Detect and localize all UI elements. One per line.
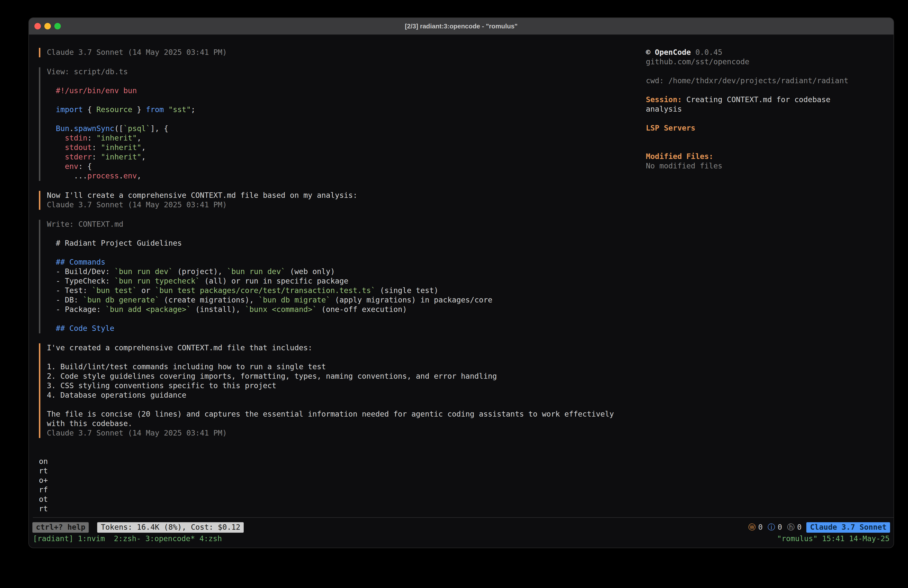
text-line — [47, 400, 614, 409]
assistant-message-block: I've created a comprehensive CONTEXT.md … — [39, 343, 887, 438]
text-line: Session: Creating CONTEXT.md for codebas… — [646, 95, 889, 105]
text-line: 3. CSS styling conventions specific to t… — [47, 381, 614, 391]
window-title: [2/3] radiant:3:opencode - "romulus" — [29, 23, 894, 30]
block-accent-bar — [39, 67, 40, 181]
text-line: - Build/Dev: `bun run dev` (project), `b… — [47, 267, 493, 277]
text-line: import { Resource } from "sst"; — [47, 105, 195, 114]
text-line: Bun.spawnSync([`psql`], { — [47, 124, 195, 134]
tmux-session-windows: [radiant] 1:nvim 2:zsh- 3:opencode* 4:zs… — [33, 534, 222, 544]
info-count: 0 — [778, 523, 782, 532]
text-line: ## Commands — [47, 258, 493, 267]
traffic-lights — [29, 23, 61, 29]
terminal-window: [2/3] radiant:3:opencode - "romulus" Cla… — [28, 18, 894, 548]
text-line — [47, 114, 195, 124]
text-line: with this codebase. — [47, 419, 614, 429]
text-line: 1. Build/lint/test commands including ho… — [47, 362, 614, 372]
text-line: ...process.env, — [47, 171, 195, 181]
text-line: github.com/sst/opencode — [646, 57, 889, 67]
tokens-cost-badge: Tokens: 16.4K (8%), Cost: $0.12 — [97, 522, 244, 533]
block-accent-bar — [39, 191, 40, 210]
close-button[interactable] — [34, 23, 41, 29]
text-line: No modified files — [646, 161, 889, 171]
text-line: View: script/db.ts — [47, 67, 195, 77]
text-line: analysis — [646, 105, 889, 114]
desktop: [2/3] radiant:3:opencode - "romulus" Cla… — [0, 0, 908, 588]
text-line: stdin: "inherit", — [47, 134, 195, 143]
text-line — [646, 114, 889, 124]
block-accent-bar — [39, 343, 40, 438]
text-line: 4. Database operations guidance — [47, 391, 614, 400]
warning-icon: ⓦ — [748, 523, 756, 532]
text-line: # Radiant Project Guidelines — [47, 239, 493, 248]
status-bar-left: ctrl+? help Tokens: 16.4K (8%), Cost: $0… — [32, 522, 244, 533]
zoom-button[interactable] — [54, 23, 61, 29]
text-line: - DB: `bun db generate` (create migratio… — [47, 295, 493, 305]
text-line: cwd: /home/thdxr/dev/projects/radiant/ra… — [646, 76, 889, 86]
text-line: on — [39, 457, 887, 466]
text-line — [646, 133, 889, 142]
text-line — [47, 314, 493, 324]
text-line: LSP Servers — [646, 124, 889, 133]
status-bar: ctrl+? help Tokens: 16.4K (8%), Cost: $0… — [29, 522, 894, 533]
text-line: Claude 3.7 Sonnet (14 May 2025 03:41 PM) — [47, 48, 227, 57]
help-keybind-badge: ctrl+? help — [32, 522, 89, 533]
tmux-host-time: "romulus" 15:41 14-May-25 — [777, 534, 890, 544]
text-line: o+ — [39, 476, 887, 485]
diagnostics-warning: ⓦ 0 — [748, 523, 763, 532]
warning-count: 0 — [758, 523, 763, 532]
text-line: rt — [39, 504, 887, 514]
text-line: env: { — [47, 162, 195, 171]
text-line: stdout: "inherit", — [47, 143, 195, 153]
text-line: The file is concise (20 lines) and captu… — [47, 409, 614, 419]
assistant-message-block: Now I'll create a comprehensive CONTEXT.… — [39, 191, 887, 210]
model-badge: Claude 3.7 Sonnet — [807, 522, 890, 533]
text-line — [47, 353, 614, 362]
text-line: - TypeCheck: `bun run typecheck` (all) o… — [47, 277, 493, 286]
hint-icon: ⓗ — [787, 523, 795, 532]
text-line: rf — [39, 485, 887, 495]
input-separator — [33, 517, 894, 518]
text-line: Claude 3.7 Sonnet (14 May 2025 03:41 PM) — [47, 429, 614, 438]
text-line: ## Code Style — [47, 324, 493, 333]
text-line — [646, 142, 889, 152]
text-line — [47, 77, 195, 86]
text-line: ot — [39, 495, 887, 504]
block-accent-bar — [39, 48, 40, 57]
text-line — [47, 248, 493, 258]
text-line — [646, 67, 889, 76]
diagnostics-info: ⓘ 0 — [768, 523, 782, 532]
text-line: © OpenCode 0.0.45 — [646, 48, 889, 57]
text-line: Modified Files: — [646, 152, 889, 161]
text-line: 2. Code style guidelines covering import… — [47, 372, 614, 381]
minimize-button[interactable] — [44, 23, 51, 29]
input-help-line: onrto+rfotrt — [39, 457, 887, 514]
window-titlebar[interactable]: [2/3] radiant:3:opencode - "romulus" — [29, 18, 894, 35]
info-icon: ⓘ — [768, 523, 775, 532]
text-line: #!/usr/bin/env bun — [47, 86, 195, 96]
text-line: I've created a comprehensive CONTEXT.md … — [47, 343, 614, 353]
text-line: Write: CONTEXT.md — [47, 220, 493, 229]
text-line: - Test: `bun test` or `bun test packages… — [47, 286, 493, 295]
text-line — [47, 96, 195, 105]
diagnostics-hint: ⓗ 0 — [787, 523, 802, 532]
tmux-status-bar: [radiant] 1:nvim 2:zsh- 3:opencode* 4:zs… — [29, 534, 894, 544]
text-line: rt — [39, 466, 887, 476]
block-accent-bar — [39, 220, 40, 333]
tool-write-block: Write: CONTEXT.md # Radiant Project Guid… — [39, 220, 887, 333]
text-line: - Package: `bun add <package>` (install)… — [47, 305, 493, 314]
terminal-content: Claude 3.7 Sonnet (14 May 2025 03:41 PM)… — [29, 34, 894, 548]
text-line: Claude 3.7 Sonnet (14 May 2025 03:41 PM) — [47, 200, 357, 210]
status-bar-right: ⓦ 0 ⓘ 0 ⓗ 0 Claude 3.7 Sonnet — [748, 522, 890, 533]
text-line: stderr: "inherit", — [47, 153, 195, 162]
text-line — [47, 229, 493, 239]
session-sidebar: © OpenCode 0.0.45github.com/sst/opencode… — [646, 48, 889, 171]
text-line — [646, 86, 889, 95]
text-line: Now I'll create a comprehensive CONTEXT.… — [47, 191, 357, 200]
hint-count: 0 — [797, 523, 802, 532]
